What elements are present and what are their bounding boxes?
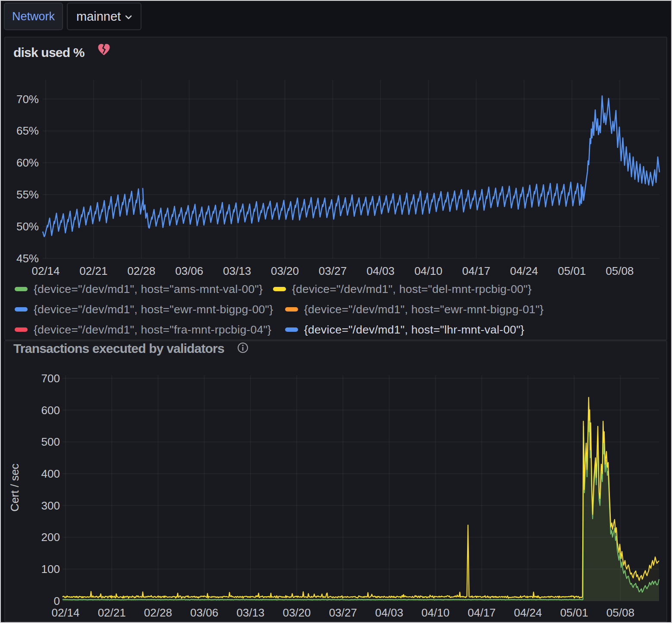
svg-text:04/17: 04/17 — [462, 264, 490, 277]
svg-text:04/17: 04/17 — [468, 606, 496, 619]
svg-text:02/28: 02/28 — [127, 264, 155, 277]
svg-text:04/03: 04/03 — [367, 264, 395, 277]
svg-text:02/14: 02/14 — [51, 606, 79, 619]
svg-text:300: 300 — [41, 499, 60, 512]
svg-text:03/13: 03/13 — [223, 264, 251, 277]
svg-text:03/20: 03/20 — [283, 606, 311, 619]
svg-text:03/27: 03/27 — [329, 606, 357, 619]
svg-text:02/21: 02/21 — [79, 264, 107, 277]
svg-text:0: 0 — [54, 595, 60, 607]
svg-text:600: 600 — [41, 404, 60, 417]
svg-text:700: 700 — [41, 372, 60, 385]
svg-text:04/10: 04/10 — [421, 606, 449, 619]
svg-text:03/06: 03/06 — [190, 606, 218, 619]
svg-text:50%: 50% — [16, 220, 39, 233]
svg-text:03/27: 03/27 — [319, 264, 347, 277]
svg-text:500: 500 — [41, 435, 60, 448]
svg-text:03/20: 03/20 — [271, 264, 299, 277]
svg-text:70%: 70% — [16, 93, 39, 106]
svg-text:Cert / sec: Cert / sec — [8, 463, 21, 511]
svg-text:100: 100 — [41, 563, 60, 576]
svg-text:200: 200 — [41, 531, 60, 544]
svg-text:04/24: 04/24 — [514, 606, 542, 619]
svg-text:55%: 55% — [16, 188, 39, 201]
svg-text:60%: 60% — [16, 156, 39, 169]
svg-text:02/14: 02/14 — [31, 264, 60, 277]
svg-text:03/06: 03/06 — [175, 264, 203, 277]
svg-text:45%: 45% — [16, 252, 39, 265]
svg-text:05/01: 05/01 — [558, 264, 586, 277]
svg-text:65%: 65% — [16, 124, 39, 137]
svg-text:05/08: 05/08 — [606, 606, 634, 619]
svg-text:04/03: 04/03 — [375, 606, 403, 619]
svg-text:400: 400 — [41, 467, 60, 480]
svg-text:04/10: 04/10 — [415, 264, 443, 277]
svg-text:05/08: 05/08 — [606, 264, 634, 277]
svg-text:04/24: 04/24 — [510, 264, 538, 277]
svg-text:02/21: 02/21 — [98, 606, 126, 619]
svg-text:03/13: 03/13 — [236, 606, 264, 619]
svg-text:02/28: 02/28 — [144, 606, 172, 619]
svg-text:05/01: 05/01 — [560, 606, 588, 619]
